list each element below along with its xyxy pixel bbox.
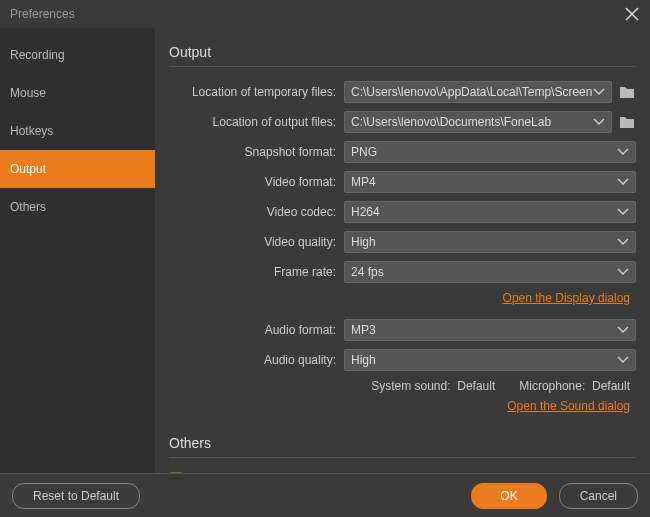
ok-button[interactable]: OK <box>471 483 546 509</box>
window-title: Preferences <box>10 7 75 21</box>
select-audio-format[interactable]: MP3 <box>344 319 636 341</box>
chevron-down-icon <box>593 88 605 96</box>
browse-temp-folder-button[interactable] <box>618 83 636 101</box>
select-value: MP3 <box>351 323 376 337</box>
footer: Reset to Default OK Cancel <box>0 473 650 517</box>
reset-button[interactable]: Reset to Default <box>12 483 140 509</box>
folder-icon <box>619 85 635 99</box>
sidebar-item-label: Recording <box>10 48 65 62</box>
select-value: 24 fps <box>351 265 384 279</box>
main-panel: Output Location of temporary files: C:\U… <box>155 28 650 473</box>
select-audio-quality[interactable]: High <box>344 349 636 371</box>
label-out-loc: Location of output files: <box>169 115 344 129</box>
sidebar-item-mouse[interactable]: Mouse <box>0 74 155 112</box>
link-display-dialog[interactable]: Open the Display dialog <box>503 291 630 305</box>
chevron-down-icon <box>617 178 629 186</box>
chevron-down-icon <box>593 118 605 126</box>
sidebar-item-label: Hotkeys <box>10 124 53 138</box>
select-value: High <box>351 353 376 367</box>
checkbox-hw-accel[interactable] <box>169 472 183 473</box>
link-sound-dialog[interactable]: Open the Sound dialog <box>507 399 630 413</box>
label-temp-loc: Location of temporary files: <box>169 85 344 99</box>
sidebar-item-output[interactable]: Output <box>0 150 155 188</box>
label-audio-format: Audio format: <box>169 323 344 337</box>
chevron-down-icon <box>617 238 629 246</box>
sidebar-item-recording[interactable]: Recording <box>0 36 155 74</box>
section-title-output: Output <box>169 36 636 67</box>
select-value: H264 <box>351 205 380 219</box>
sidebar-item-label: Others <box>10 200 46 214</box>
select-frame-rate[interactable]: 24 fps <box>344 261 636 283</box>
label-hw-accel: Enable hardware acceleration <box>191 472 350 473</box>
select-value: High <box>351 235 376 249</box>
select-video-format[interactable]: MP4 <box>344 171 636 193</box>
sidebar-item-label: Mouse <box>10 86 46 100</box>
microphone-status: Microphone: Default <box>519 379 630 393</box>
label-video-quality: Video quality: <box>169 235 344 249</box>
select-snapshot-format[interactable]: PNG <box>344 141 636 163</box>
close-button[interactable] <box>624 6 640 22</box>
chevron-down-icon <box>617 356 629 364</box>
select-value: C:\Users\lenovo\AppData\Local\Temp\Scree… <box>351 85 592 99</box>
folder-icon <box>619 115 635 129</box>
label-audio-quality: Audio quality: <box>169 353 344 367</box>
select-out-loc[interactable]: C:\Users\lenovo\Documents\FoneLab <box>344 111 612 133</box>
sidebar-item-label: Output <box>10 162 46 176</box>
browse-output-folder-button[interactable] <box>618 113 636 131</box>
system-sound-status: System sound: Default <box>371 379 495 393</box>
close-icon <box>625 7 639 21</box>
select-video-codec[interactable]: H264 <box>344 201 636 223</box>
label-video-codec: Video codec: <box>169 205 344 219</box>
select-value: MP4 <box>351 175 376 189</box>
select-value: PNG <box>351 145 377 159</box>
sidebar-item-others[interactable]: Others <box>0 188 155 226</box>
cancel-button[interactable]: Cancel <box>559 483 638 509</box>
label-video-format: Video format: <box>169 175 344 189</box>
chevron-down-icon <box>617 148 629 156</box>
titlebar: Preferences <box>0 0 650 28</box>
sidebar-item-hotkeys[interactable]: Hotkeys <box>0 112 155 150</box>
select-value: C:\Users\lenovo\Documents\FoneLab <box>351 115 551 129</box>
chevron-down-icon <box>617 208 629 216</box>
chevron-down-icon <box>617 268 629 276</box>
select-video-quality[interactable]: High <box>344 231 636 253</box>
sidebar: Recording Mouse Hotkeys Output Others <box>0 28 155 473</box>
select-temp-loc[interactable]: C:\Users\lenovo\AppData\Local\Temp\Scree… <box>344 81 612 103</box>
chevron-down-icon <box>617 326 629 334</box>
section-title-others: Others <box>169 427 636 458</box>
label-frame-rate: Frame rate: <box>169 265 344 279</box>
label-snapshot-format: Snapshot format: <box>169 145 344 159</box>
